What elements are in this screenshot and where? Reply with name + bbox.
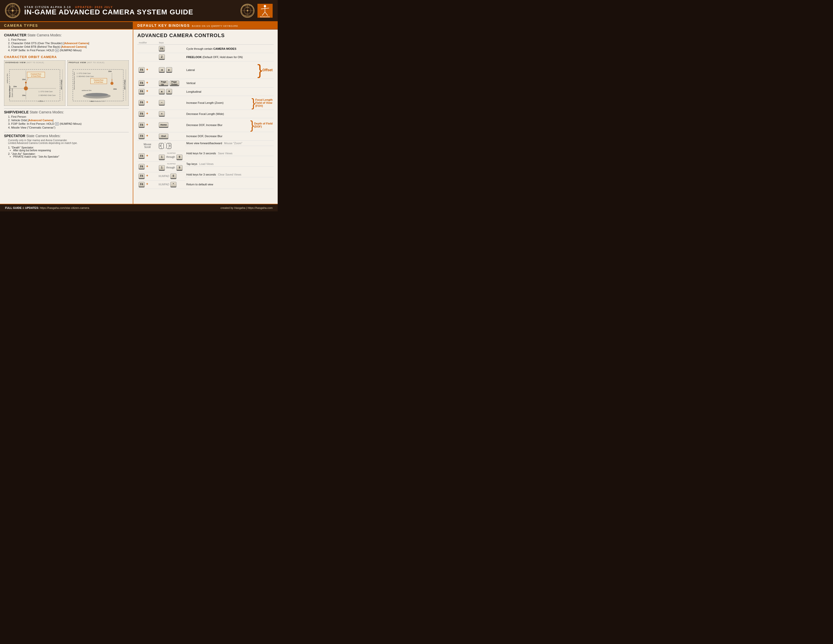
- svg-line-38: [26, 77, 29, 82]
- table-row: F4 + NUMPAD 1 through 9 Hold keys for 3 …: [137, 151, 273, 161]
- modifier-cell: F4 +: [137, 79, 158, 87]
- svg-text:2: BEHIND Orbit Cam: 2: BEHIND Orbit Cam: [39, 95, 56, 96]
- down-arrow-key: ▼: [166, 89, 172, 95]
- svg-text:THE: THE: [246, 7, 249, 8]
- left-content: CHARACTER State Camera Modes: 1. First P…: [0, 29, 133, 165]
- svg-text:10m: 10m: [22, 95, 26, 96]
- fov-brace: }: [251, 97, 255, 109]
- svg-text:& Focal Point: & Focal Point: [94, 81, 103, 83]
- end-key: End: [159, 134, 168, 139]
- svg-text:additional 30m: additional 30m: [82, 90, 92, 91]
- svg-text:Freelook Pivot: Freelook Pivot: [94, 79, 103, 81]
- keys-cell: −: [158, 96, 185, 110]
- modifier-cell: F4 +: [137, 161, 158, 172]
- fov-label: Focal Length Field of View (FOV): [256, 98, 273, 107]
- desc-cell: FREELOOK (Default OFF, Hold down for ON): [185, 53, 273, 61]
- svg-text:Mouse Wheel: Mouse Wheel: [9, 86, 11, 97]
- desc-cell: Tap keys Load Views: [185, 161, 273, 167]
- right-arrow-key: ►: [166, 67, 172, 73]
- through-label-2: through: [166, 166, 175, 169]
- desc-cell: Increase Focal Length (Zoom) } Focal Len…: [185, 96, 273, 110]
- home-key: Home: [159, 122, 168, 128]
- svg-text:STAR: STAR: [10, 5, 15, 6]
- footer: FULL GUIDE & UPDATES: https://hasgaha.co…: [0, 204, 278, 211]
- svg-text:& Focal Point: & Focal Point: [31, 75, 41, 77]
- col-desc: [185, 41, 273, 45]
- svg-text:Freelook Pivot: Freelook Pivot: [31, 73, 41, 75]
- load-views-label: Load Views: [199, 163, 214, 166]
- modifier-cell: F4 +: [137, 96, 158, 110]
- plus-key: +: [159, 111, 165, 117]
- svg-point-49: [85, 93, 108, 97]
- offset-brace: }: [257, 63, 262, 77]
- orbit-title: CHARACTER ORBIT CAMERA: [4, 55, 129, 59]
- footer-created-by: created by Hasgaha: [220, 206, 245, 209]
- left-panel: CAMERA TYPES CHARACTER State Camera Mode…: [0, 22, 133, 204]
- svg-text:CITIZEN: CITIZEN: [9, 15, 16, 16]
- svg-text:additional 30m: additional 30m: [6, 74, 8, 83]
- f4-key: F4: [159, 46, 165, 52]
- page-down-key: PageDown: [170, 80, 179, 86]
- header-right: MADE BY THE COMMUNITY HASGAHA: [241, 4, 273, 18]
- character-state-list: 1. First Person 2. Character Orbit OTS (…: [8, 38, 129, 52]
- f4-mod-key: F4: [138, 111, 145, 117]
- right-panel: DEFAULT KEY BINDINGS based on US QWERTY …: [133, 22, 278, 204]
- keys-cell: ▲ ▼: [158, 87, 185, 96]
- svg-text:—20m—: —20m—: [38, 100, 45, 102]
- table-row: F4 + Home Decrease DOF, Increase Blur } …: [137, 118, 273, 132]
- ship-state-title: SHIP/VEHICLE State Camera Modes:: [4, 110, 129, 114]
- table-row: Z FREELOOK (Default OFF, Hold down for O…: [137, 53, 273, 61]
- orbit-diagram: OVERHEAD VIEW (not to scale) Offset Limi…: [4, 60, 129, 106]
- numpad-italic-2: NUMPAD: [159, 183, 169, 186]
- svg-text:10m: 10m: [108, 71, 112, 72]
- svg-point-11: [247, 10, 248, 11]
- desc-cell: Vertical: [185, 79, 273, 87]
- svg-text:1: OTS Orbit Cam: 1: OTS Orbit Cam: [77, 72, 91, 74]
- spectator-intro: Currently only in Star marine and Arena …: [8, 139, 129, 145]
- svg-text:↑: ↑: [165, 142, 166, 144]
- svg-text:MADE BY: MADE BY: [244, 5, 251, 6]
- profile-view-box: PROFILE VIEW (not to scale) Offset Limit: [68, 60, 129, 106]
- keys-cell: NUMPAD 1 through 9: [158, 161, 185, 172]
- f4-mod-key: F4: [138, 174, 145, 179]
- table-row: F4 + PageUp PageDown Vertical: [137, 79, 273, 87]
- modifier-cell: F4 +: [137, 172, 158, 180]
- list-item: 1. First Person: [8, 38, 129, 41]
- numpad-1-key: 1: [159, 155, 165, 160]
- table-row: F4 + + Decrease Focal Length (Wide): [137, 110, 273, 118]
- col-keys: keys: [158, 41, 185, 45]
- right-content: ADVANCED CAMERA CONTROLS modifier keys F…: [133, 29, 278, 192]
- svg-text:10m: 10m: [113, 88, 117, 90]
- f4-mod-key: F4: [138, 134, 145, 139]
- numpad-9-key-2: 9: [177, 165, 182, 171]
- keys-cell: Home: [158, 118, 185, 132]
- keys-cell: PageUp PageDown: [158, 79, 185, 87]
- divider-2: [4, 132, 129, 132]
- svg-text:HASGAHA: HASGAHA: [260, 16, 270, 18]
- svg-text:10m: 10m: [13, 85, 17, 87]
- right-section-label: DEFAULT KEY BINDINGS: [137, 24, 190, 27]
- minus-key: −: [159, 100, 165, 106]
- svg-text:1: OTS Orbit Cam: 1: OTS Orbit Cam: [39, 91, 53, 92]
- list-item: 2. "Join As" Spectator: PRIVATE match on…: [8, 152, 129, 158]
- right-section-header: DEFAULT KEY BINDINGS based on US QWERTY …: [133, 22, 278, 29]
- svg-text:2: BEHIND Orbit Cam: 2: BEHIND Orbit Cam: [77, 76, 94, 77]
- svg-text:—20m—: —20m—: [89, 100, 95, 102]
- header-left: STAR CITIZEN STAR CITIZEN ALPHA 3.10 UPD…: [5, 3, 193, 18]
- svg-text:Offset Limit: Offset Limit: [124, 80, 126, 90]
- list-item: 4. FOIP Selfie: In First Person: HOLD − …: [8, 49, 129, 52]
- list-item: 4. Missile View ("Cinematic Cameras"): [8, 126, 129, 129]
- bindings-table: modifier keys F4 Cycle through certain C…: [137, 41, 273, 189]
- numpad-9-key: 9: [177, 155, 182, 160]
- left-arrow-key: ◄: [159, 67, 165, 73]
- footer-and: &: [23, 206, 25, 209]
- f4-mod-key: F4: [138, 153, 145, 159]
- star-citizen-logo: STAR CITIZEN: [5, 3, 20, 18]
- numpad-1-key-2: 1: [159, 165, 165, 171]
- keys-cell: Z: [158, 53, 185, 61]
- col-modifier: modifier: [137, 41, 158, 45]
- modifier-cell: [137, 45, 158, 53]
- controls-title: ADVANCED CAMERA CONTROLS: [137, 32, 273, 39]
- footer-updates: UPDATES:: [25, 206, 39, 209]
- desc-cell: Move view forward/backward Mouse "Zoom": [185, 141, 273, 146]
